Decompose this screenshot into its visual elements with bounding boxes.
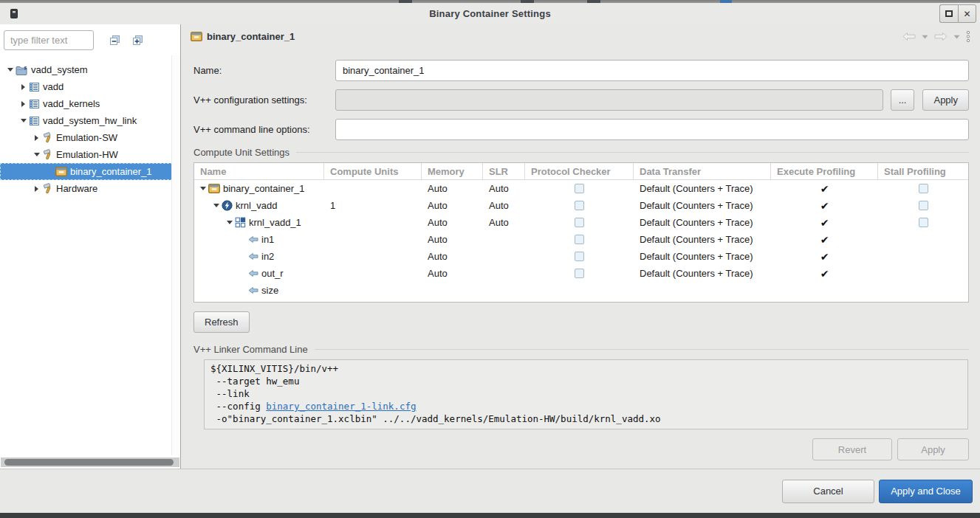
column-header-stall-profiling[interactable]: Stall Profiling [878,163,968,179]
close-button[interactable]: ✕ [958,4,976,23]
command-line: --link [210,387,962,400]
column-header-execute-profiling[interactable]: Execute Profiling [771,163,878,179]
table-row-out_r[interactable]: out_rAutoDefault (Counters + Trace)✔ [194,265,968,282]
browse-button[interactable]: ... [891,89,915,111]
execute-profiling-checkmark-icon[interactable]: ✔ [820,218,829,228]
linker-config-file-link[interactable]: binary_container_1-link.cfg [266,401,416,412]
tree-item-Emulation-SW[interactable]: Emulation-SW [0,129,180,146]
scrollbar-thumb[interactable] [4,459,174,466]
back-history-dropdown[interactable] [922,35,928,39]
forward-history-dropdown[interactable] [953,35,960,39]
refresh-button[interactable]: Refresh [193,311,250,333]
tree-item-vadd_system[interactable]: svadd_system [0,61,180,78]
stall-profiling-checkbox[interactable] [919,184,928,193]
config-apply-button[interactable]: Apply [922,89,969,111]
tree-item-Hardware[interactable]: Hardware [0,180,180,197]
apply-and-close-button[interactable]: Apply and Close [879,480,973,503]
back-button[interactable] [902,32,916,41]
table-cell [483,265,525,282]
protocol-checker-checkbox[interactable] [575,201,584,210]
tree-item-vadd[interactable]: vadd [0,78,180,95]
protocol-checker-checkbox[interactable] [575,184,584,193]
tree-item-label: vadd_kernels [43,98,100,109]
apply-button[interactable]: Apply [897,438,969,460]
forward-button[interactable] [933,32,948,41]
tree-item-label: vadd_system [31,64,88,75]
tree-expander[interactable] [31,186,42,192]
tree-expander[interactable] [210,204,222,207]
protocol-checker-checkbox[interactable] [575,252,584,261]
linker-command-text: ${XILINX_VITIS}/bin/v++ --target hw_emu … [204,359,968,429]
filter-input[interactable] [4,30,94,50]
revert-button[interactable]: Revert [812,438,892,460]
chevron-expanded-icon [7,68,13,72]
tree-horizontal-scrollbar[interactable] [1,457,179,467]
config-settings-input [335,89,883,111]
tree-expander[interactable] [18,119,29,122]
protocol-checker-checkbox[interactable] [575,218,584,227]
tree-expander[interactable] [31,135,42,141]
command-text: ${XILINX_VITIS}/bin/v++ [210,363,338,374]
chevron-expanded-icon [34,153,40,156]
table-row-label: out_r [261,268,284,279]
dialog-title: Binary Container Settings [0,8,980,19]
tree-expander[interactable] [31,153,42,156]
execute-profiling-checkmark-icon[interactable]: ✔ [820,184,829,194]
table-cell [525,214,634,231]
table-cell [483,282,525,299]
table-row-in2[interactable]: in2AutoDefault (Counters + Trace)✔ [194,248,968,265]
tree-item-binary_container_1[interactable]: binary_container_1 [0,163,180,180]
titlebar[interactable]: Binary Container Settings ✕ [0,3,980,24]
tree-vertical-scrollbar[interactable] [171,55,180,455]
column-header-protocol-checker[interactable]: Protocol Checker [525,163,634,179]
expand-all-button[interactable] [132,35,143,46]
execute-profiling-checkmark-icon[interactable]: ✔ [820,252,829,262]
column-header-compute-units[interactable]: Compute Units [324,163,422,179]
table-row-krnl_vadd_1[interactable]: krnl_vadd_1AutoAutoDefault (Counters + T… [194,214,968,231]
tree-item-label: Emulation-HW [56,149,118,160]
table-row-in1[interactable]: in1AutoDefault (Counters + Trace)✔ [194,231,968,248]
table-cell [878,214,968,231]
table-cell: ✔ [771,214,878,231]
execute-profiling-checkmark-icon[interactable]: ✔ [820,269,829,279]
collapse-all-button[interactable] [109,35,120,46]
table-row-size[interactable]: size [194,282,968,299]
tree-expander[interactable] [197,187,208,190]
column-header-data-transfer[interactable]: Data Transfer [634,163,771,179]
hammer-icon [42,132,53,143]
chevron-down-icon [922,35,928,39]
table-row-binary_container_1[interactable]: binary_container_1AutoAutoDefault (Count… [194,180,968,197]
tree-item-vadd_system_hw_link[interactable]: vadd_system_hw_link [0,112,180,129]
execute-profiling-checkmark-icon[interactable]: ✔ [820,201,829,211]
protocol-checker-checkbox[interactable] [575,235,584,244]
column-header-slr[interactable]: SLR [483,163,525,179]
background-bottom-strip [0,513,980,518]
maximize-button[interactable] [939,4,958,23]
stall-profiling-checkbox[interactable] [919,201,928,210]
table-cell: ✔ [771,265,878,282]
linker-command-group: V++ Linker Command Line [193,344,969,355]
table-cell [878,231,968,248]
column-header-memory[interactable]: Memory [422,163,483,179]
table-row-label: krnl_vadd [236,200,277,211]
table-cell: Default (Counters + Trace) [634,197,771,214]
tree-expander[interactable] [4,68,16,72]
tree-expander[interactable] [18,84,29,90]
tree-expander[interactable] [18,101,29,107]
command-options-input[interactable] [335,119,969,140]
stall-profiling-checkbox[interactable] [919,218,928,227]
execute-profiling-checkmark-icon[interactable]: ✔ [820,235,829,245]
table-cell: ✔ [771,197,878,214]
binary-container-icon [191,32,202,41]
name-input[interactable] [335,60,969,81]
tree-item-Emulation-HW[interactable]: Emulation-HW [0,146,180,163]
command-line: ${XILINX_VITIS}/bin/v++ [210,362,962,375]
protocol-checker-checkbox[interactable] [575,269,584,278]
column-header-name[interactable]: Name [194,163,324,179]
table-row-krnl_vadd[interactable]: krnl_vadd1AutoAutoDefault (Counters + Tr… [194,197,968,214]
tree-expander[interactable] [224,221,235,224]
cancel-button[interactable]: Cancel [782,480,874,503]
tree-item-vadd_kernels[interactable]: vadd_kernels [0,95,180,112]
table-cell [878,180,968,197]
view-menu-button[interactable] [965,30,971,43]
